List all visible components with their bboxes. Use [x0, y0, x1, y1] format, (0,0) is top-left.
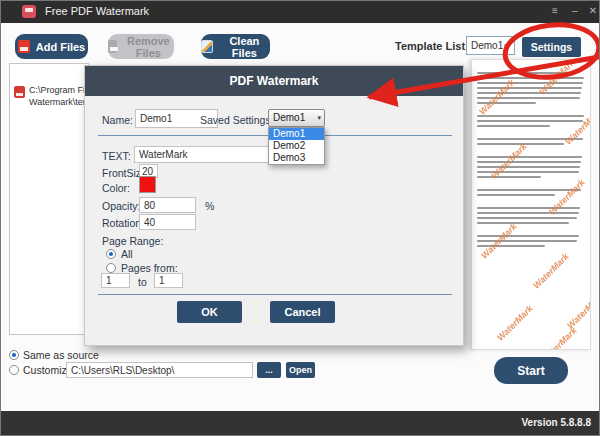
rotation-input[interactable]: [139, 214, 196, 230]
text-label: TEXT:: [102, 150, 131, 162]
file-list[interactable]: C:\Program Files Watermark\tem: [9, 63, 89, 335]
file-path-line2: Watermark\tem: [29, 97, 89, 107]
opacity-label: Opacity:: [102, 200, 141, 212]
option-demo3[interactable]: Demo3: [269, 152, 324, 164]
output-path-input[interactable]: [66, 362, 253, 378]
page-to-input[interactable]: [154, 273, 183, 288]
clean-file-icon: [201, 40, 213, 53]
chevron-down-icon: ▾: [504, 42, 508, 50]
dialog-title[interactable]: PDF Watermark: [85, 66, 463, 96]
open-button[interactable]: Open: [286, 362, 315, 378]
saved-settings-label: Saved Settings:: [200, 114, 274, 126]
rotation-label: Rotation:: [102, 217, 144, 229]
title-bar: Free PDF Watermark ≡ – ✕: [1, 1, 600, 23]
add-file-icon: [18, 40, 30, 53]
pdf-preview: WaterMark WaterMark WaterMark WaterMark …: [471, 59, 591, 350]
opacity-input[interactable]: [139, 197, 196, 213]
all-pages-radio[interactable]: [106, 249, 116, 259]
list-item[interactable]: C:\Program Files Watermark\tem: [14, 84, 89, 108]
to-label: to: [138, 276, 147, 288]
page-range-label: Page Range:: [102, 235, 163, 247]
option-demo2[interactable]: Demo2: [269, 140, 324, 152]
chevron-down-icon: ▾: [317, 114, 321, 122]
app-window: Free PDF Watermark ≡ – ✕ Add Files Remov…: [0, 0, 600, 436]
version-label: Version 5.8.8.8: [522, 417, 592, 428]
file-path-line1: C:\Program Files: [29, 85, 89, 95]
saved-settings-options: Demo1 Demo2 Demo3: [268, 127, 325, 165]
clean-files-button[interactable]: Clean Files: [201, 34, 270, 59]
app-icon: [22, 5, 36, 18]
ok-button[interactable]: OK: [177, 301, 242, 323]
same-as-source-radio[interactable]: [9, 350, 19, 360]
template-list-label: Template List:: [395, 40, 469, 52]
option-demo1[interactable]: Demo1: [269, 128, 324, 140]
watermark-text: WaterMark: [539, 325, 578, 350]
add-files-button[interactable]: Add Files: [15, 34, 88, 59]
remove-file-icon: [108, 40, 117, 53]
start-button[interactable]: Start: [494, 357, 568, 384]
customize-radio[interactable]: [9, 365, 19, 375]
remove-files-button[interactable]: Remove Files: [108, 34, 174, 59]
opacity-unit: %: [205, 200, 214, 212]
menu-icon[interactable]: ≡: [547, 3, 563, 19]
name-label: Name:: [102, 114, 133, 126]
pages-from-radio[interactable]: [106, 263, 116, 273]
minimize-icon[interactable]: –: [567, 3, 583, 19]
all-pages-label: All: [121, 248, 133, 260]
watermark-text: WaterMark: [565, 291, 591, 330]
watermark-dialog: PDF Watermark Name: Saved Settings: Demo…: [84, 65, 464, 346]
color-label: Color:: [102, 182, 130, 194]
same-as-source-label: Same as source: [23, 349, 99, 361]
settings-button[interactable]: Settings: [522, 37, 581, 57]
close-icon[interactable]: ✕: [585, 3, 600, 19]
window-title: Free PDF Watermark: [45, 5, 149, 17]
saved-settings-dropdown[interactable]: Demo1 ▾: [268, 109, 325, 127]
cancel-button[interactable]: Cancel: [270, 301, 335, 323]
page-from-input[interactable]: [101, 273, 130, 288]
status-bar: Version 5.8.8.8: [1, 411, 600, 436]
browse-button[interactable]: ...: [257, 362, 281, 378]
divider: [98, 294, 452, 295]
watermark-text: WaterMark: [495, 303, 534, 342]
pdf-file-icon: [14, 86, 25, 98]
color-swatch[interactable]: [139, 176, 156, 193]
